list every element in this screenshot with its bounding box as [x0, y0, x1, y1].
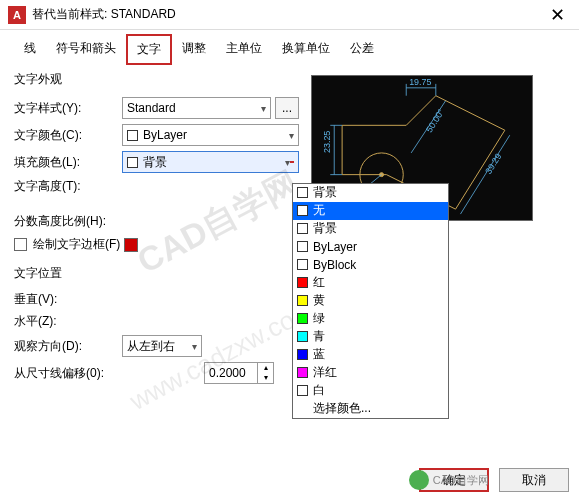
color-swatch [127, 130, 138, 141]
color-swatch [297, 223, 308, 234]
tab-strip: 线 符号和箭头 文字 调整 主单位 换算单位 公差 [0, 30, 579, 65]
cancel-button[interactable]: 取消 [499, 468, 569, 492]
height-label: 文字高度(T): [14, 178, 122, 195]
tab-primary[interactable]: 主单位 [216, 34, 272, 65]
dim-left: 23.25 [322, 131, 332, 153]
dropdown-option[interactable]: 绿 [293, 310, 448, 328]
style-value: Standard [127, 101, 176, 115]
textcolor-value: ByLayer [143, 128, 187, 142]
frame-check-label: 绘制文字边框(F) [33, 236, 120, 253]
dropdown-option-label: 选择颜色... [313, 400, 371, 417]
brand-icon [409, 470, 429, 490]
dropdown-option[interactable]: 白 [293, 382, 448, 400]
fillcolor-dropdown: 背景无背景ByLayerByBlock红黄绿青蓝洋红白选择颜色... [292, 183, 449, 419]
view-combo[interactable]: 从左到右 ▾ [122, 335, 202, 357]
textcolor-label: 文字颜色(C): [14, 127, 122, 144]
dim-diag: 39.29 [483, 152, 503, 176]
horizontal-label: 水平(Z): [14, 313, 122, 330]
dropdown-option-label: 青 [313, 328, 325, 345]
tab-tolerance[interactable]: 公差 [340, 34, 384, 65]
style-combo[interactable]: Standard ▾ [122, 97, 271, 119]
offset-spinner[interactable]: 0.2000 ▴▾ [204, 362, 274, 384]
dropdown-option-label: 白 [313, 382, 325, 399]
color-swatch [297, 187, 308, 198]
dropdown-option[interactable]: ByBlock [293, 256, 448, 274]
color-swatch [297, 259, 308, 270]
dim-angle: 50.00° [424, 107, 446, 134]
color-swatch [297, 205, 308, 216]
dropdown-option-label: ByBlock [313, 258, 356, 272]
dropdown-option[interactable]: 红 [293, 274, 448, 292]
close-icon[interactable]: ✕ [535, 0, 579, 30]
dropdown-option-label: 红 [313, 274, 325, 291]
spinner-up-icon[interactable]: ▴ [257, 363, 273, 373]
dim-top: 19.75 [409, 77, 431, 87]
app-icon: A [8, 6, 26, 24]
tab-line[interactable]: 线 [14, 34, 46, 65]
brand-badge: CAD自学网 [409, 470, 489, 490]
chevron-down-icon: ▾ [192, 341, 197, 352]
tab-alternate[interactable]: 换算单位 [272, 34, 340, 65]
tab-fit[interactable]: 调整 [172, 34, 216, 65]
fillcolor-combo[interactable]: 背景 ▾ 背景无背景ByLayerByBlock红黄绿青蓝洋红白选择颜色... [122, 151, 299, 173]
dropdown-option[interactable]: 洋红 [293, 364, 448, 382]
frame-color-button[interactable] [124, 238, 138, 252]
color-swatch [297, 331, 308, 342]
dropdown-option-label: 绿 [313, 310, 325, 327]
dropdown-option-label: 洋红 [313, 364, 337, 381]
dropdown-option-label: 黄 [313, 292, 325, 309]
dropdown-option-label: 背景 [313, 184, 337, 201]
dropdown-option-label: 蓝 [313, 346, 325, 363]
dropdown-option[interactable]: 背景 [293, 184, 448, 202]
color-swatch [297, 349, 308, 360]
dropdown-option[interactable]: 蓝 [293, 346, 448, 364]
dropdown-option[interactable]: 黄 [293, 292, 448, 310]
view-value: 从左到右 [127, 338, 175, 355]
color-swatch [297, 277, 308, 288]
view-label: 观察方向(D): [14, 338, 122, 355]
dropdown-option-label: ByLayer [313, 240, 357, 254]
spinner-down-icon[interactable]: ▾ [257, 373, 273, 383]
dropdown-option[interactable]: 选择颜色... [293, 400, 448, 418]
color-swatch [297, 367, 308, 378]
style-browse-button[interactable]: ... [275, 97, 299, 119]
placement-section: 文字位置 [14, 259, 299, 286]
chevron-down-icon: ▾ [261, 103, 266, 114]
titlebar: A 替代当前样式: STANDARD ✕ [0, 0, 579, 30]
dropdown-option[interactable]: 无 [293, 202, 448, 220]
dropdown-option[interactable]: ByLayer [293, 238, 448, 256]
color-swatch [297, 295, 308, 306]
vertical-label: 垂直(V): [14, 291, 122, 308]
dropdown-option[interactable]: 背景 [293, 220, 448, 238]
tab-symbols[interactable]: 符号和箭头 [46, 34, 126, 65]
dropdown-option[interactable]: 青 [293, 328, 448, 346]
color-swatch [297, 313, 308, 324]
fillcolor-label: 填充颜色(L): [14, 154, 122, 171]
fraction-label: 分数高度比例(H): [14, 213, 144, 230]
color-swatch [297, 385, 308, 396]
offset-value: 0.2000 [209, 366, 246, 380]
textcolor-combo[interactable]: ByLayer ▾ [122, 124, 299, 146]
frame-checkbox[interactable] [14, 238, 27, 251]
style-label: 文字样式(Y): [14, 100, 122, 117]
offset-label: 从尺寸线偏移(0): [14, 365, 154, 382]
dropdown-option-label: 无 [313, 202, 325, 219]
tab-text[interactable]: 文字 [126, 34, 172, 65]
color-swatch [127, 157, 138, 168]
appearance-section: 文字外观 [14, 65, 299, 92]
chevron-down-icon: ▾ [289, 130, 294, 141]
color-swatch [297, 241, 308, 252]
dropdown-option-label: 背景 [313, 220, 337, 237]
fillcolor-value: 背景 [143, 154, 167, 171]
window-title: 替代当前样式: STANDARD [32, 6, 535, 23]
